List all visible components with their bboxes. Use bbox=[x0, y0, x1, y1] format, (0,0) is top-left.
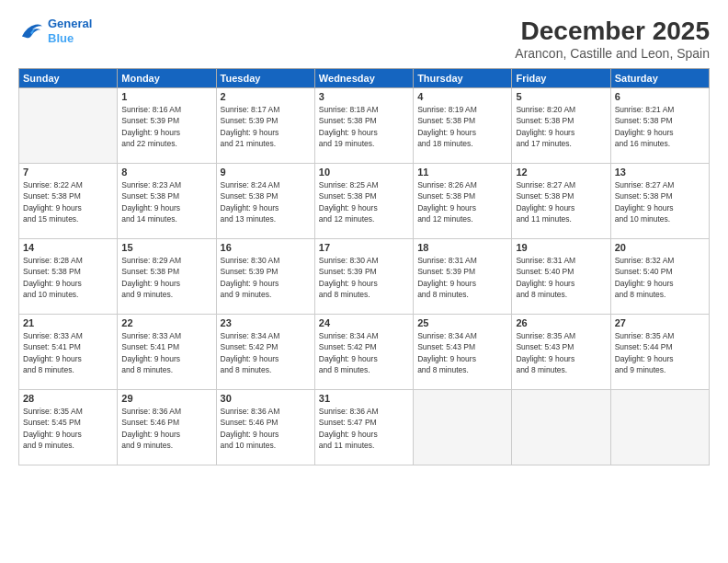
day-number: 7 bbox=[23, 167, 113, 178]
logo: General Blue bbox=[18, 17, 92, 45]
day-info: Sunrise: 8:31 AMSunset: 5:39 PMDaylight:… bbox=[417, 255, 507, 300]
calendar-header-wednesday: Wednesday bbox=[314, 69, 413, 88]
calendar-day: 21Sunrise: 8:33 AMSunset: 5:41 PMDayligh… bbox=[19, 315, 118, 390]
calendar-day: 23Sunrise: 8:34 AMSunset: 5:42 PMDayligh… bbox=[216, 315, 314, 390]
day-number: 26 bbox=[516, 317, 606, 328]
day-number: 21 bbox=[23, 317, 113, 328]
logo-text: General Blue bbox=[48, 17, 92, 45]
calendar-day: 13Sunrise: 8:27 AMSunset: 5:38 PMDayligh… bbox=[610, 164, 709, 239]
day-number: 18 bbox=[417, 242, 507, 253]
day-info: Sunrise: 8:34 AMSunset: 5:42 PMDaylight:… bbox=[221, 330, 311, 375]
calendar-day bbox=[19, 88, 118, 164]
day-number: 4 bbox=[417, 91, 507, 102]
calendar-header-sunday: Sunday bbox=[19, 69, 118, 88]
day-number: 24 bbox=[319, 317, 409, 328]
day-number: 12 bbox=[516, 167, 606, 178]
day-info: Sunrise: 8:18 AMSunset: 5:38 PMDaylight:… bbox=[319, 104, 409, 149]
day-info: Sunrise: 8:31 AMSunset: 5:40 PMDaylight:… bbox=[516, 255, 606, 300]
calendar-day: 27Sunrise: 8:35 AMSunset: 5:44 PMDayligh… bbox=[610, 315, 709, 390]
calendar-week-5: 28Sunrise: 8:35 AMSunset: 5:45 PMDayligh… bbox=[19, 390, 710, 465]
logo-icon bbox=[18, 21, 44, 41]
day-info: Sunrise: 8:26 AMSunset: 5:38 PMDaylight:… bbox=[417, 179, 507, 224]
calendar-day: 30Sunrise: 8:36 AMSunset: 5:46 PMDayligh… bbox=[216, 390, 314, 465]
day-number: 3 bbox=[319, 91, 409, 102]
calendar-day: 7Sunrise: 8:22 AMSunset: 5:38 PMDaylight… bbox=[19, 164, 118, 239]
day-info: Sunrise: 8:34 AMSunset: 5:42 PMDaylight:… bbox=[319, 330, 409, 375]
day-number: 1 bbox=[121, 91, 211, 102]
day-info: Sunrise: 8:19 AMSunset: 5:38 PMDaylight:… bbox=[417, 104, 507, 149]
day-info: Sunrise: 8:36 AMSunset: 5:46 PMDaylight:… bbox=[121, 406, 211, 451]
day-info: Sunrise: 8:34 AMSunset: 5:43 PMDaylight:… bbox=[417, 330, 507, 375]
day-number: 25 bbox=[417, 317, 507, 328]
calendar-day: 10Sunrise: 8:25 AMSunset: 5:38 PMDayligh… bbox=[314, 164, 413, 239]
day-number: 30 bbox=[221, 393, 311, 404]
calendar-day: 22Sunrise: 8:33 AMSunset: 5:41 PMDayligh… bbox=[118, 315, 216, 390]
calendar-day: 25Sunrise: 8:34 AMSunset: 5:43 PMDayligh… bbox=[414, 315, 512, 390]
calendar-week-2: 7Sunrise: 8:22 AMSunset: 5:38 PMDaylight… bbox=[19, 164, 710, 239]
calendar-day bbox=[414, 390, 512, 465]
calendar-day: 3Sunrise: 8:18 AMSunset: 5:38 PMDaylight… bbox=[314, 88, 413, 164]
day-number: 9 bbox=[221, 167, 311, 178]
day-info: Sunrise: 8:33 AMSunset: 5:41 PMDaylight:… bbox=[23, 330, 113, 375]
day-number: 2 bbox=[221, 91, 311, 102]
calendar-week-1: 1Sunrise: 8:16 AMSunset: 5:39 PMDaylight… bbox=[19, 88, 710, 164]
day-number: 19 bbox=[516, 242, 606, 253]
calendar-day: 17Sunrise: 8:30 AMSunset: 5:39 PMDayligh… bbox=[314, 239, 413, 315]
calendar-day: 14Sunrise: 8:28 AMSunset: 5:38 PMDayligh… bbox=[19, 239, 118, 315]
day-number: 15 bbox=[121, 242, 211, 253]
calendar-header-thursday: Thursday bbox=[414, 69, 512, 88]
calendar-day: 2Sunrise: 8:17 AMSunset: 5:39 PMDaylight… bbox=[216, 88, 314, 164]
day-info: Sunrise: 8:35 AMSunset: 5:43 PMDaylight:… bbox=[516, 330, 606, 375]
calendar-day: 4Sunrise: 8:19 AMSunset: 5:38 PMDaylight… bbox=[414, 88, 512, 164]
day-number: 27 bbox=[615, 317, 705, 328]
calendar-day: 12Sunrise: 8:27 AMSunset: 5:38 PMDayligh… bbox=[512, 164, 610, 239]
calendar-week-4: 21Sunrise: 8:33 AMSunset: 5:41 PMDayligh… bbox=[19, 315, 710, 390]
subtitle: Arancon, Castille and Leon, Spain bbox=[515, 46, 710, 61]
calendar-header-tuesday: Tuesday bbox=[216, 69, 314, 88]
day-number: 17 bbox=[319, 242, 409, 253]
calendar-day bbox=[512, 390, 610, 465]
day-info: Sunrise: 8:25 AMSunset: 5:38 PMDaylight:… bbox=[319, 179, 409, 224]
day-number: 14 bbox=[23, 242, 113, 253]
day-number: 20 bbox=[615, 242, 705, 253]
calendar-day: 28Sunrise: 8:35 AMSunset: 5:45 PMDayligh… bbox=[19, 390, 118, 465]
calendar-day: 20Sunrise: 8:32 AMSunset: 5:40 PMDayligh… bbox=[610, 239, 709, 315]
day-number: 28 bbox=[23, 393, 113, 404]
calendar-day: 15Sunrise: 8:29 AMSunset: 5:38 PMDayligh… bbox=[118, 239, 216, 315]
day-info: Sunrise: 8:23 AMSunset: 5:38 PMDaylight:… bbox=[121, 179, 211, 224]
day-info: Sunrise: 8:28 AMSunset: 5:38 PMDaylight:… bbox=[23, 255, 113, 300]
day-number: 8 bbox=[121, 167, 211, 178]
day-number: 22 bbox=[121, 317, 211, 328]
day-info: Sunrise: 8:32 AMSunset: 5:40 PMDaylight:… bbox=[615, 255, 705, 300]
day-number: 29 bbox=[121, 393, 211, 404]
day-info: Sunrise: 8:30 AMSunset: 5:39 PMDaylight:… bbox=[319, 255, 409, 300]
day-number: 16 bbox=[221, 242, 311, 253]
calendar-header-row: SundayMondayTuesdayWednesdayThursdayFrid… bbox=[19, 69, 710, 88]
day-number: 23 bbox=[221, 317, 311, 328]
day-info: Sunrise: 8:27 AMSunset: 5:38 PMDaylight:… bbox=[615, 179, 705, 224]
day-number: 5 bbox=[516, 91, 606, 102]
calendar-day: 31Sunrise: 8:36 AMSunset: 5:47 PMDayligh… bbox=[314, 390, 413, 465]
calendar-day: 26Sunrise: 8:35 AMSunset: 5:43 PMDayligh… bbox=[512, 315, 610, 390]
day-info: Sunrise: 8:35 AMSunset: 5:45 PMDaylight:… bbox=[23, 406, 113, 451]
calendar-day: 16Sunrise: 8:30 AMSunset: 5:39 PMDayligh… bbox=[216, 239, 314, 315]
title-block: December 2025 Arancon, Castille and Leon… bbox=[515, 17, 710, 61]
calendar-day: 1Sunrise: 8:16 AMSunset: 5:39 PMDaylight… bbox=[118, 88, 216, 164]
calendar-week-3: 14Sunrise: 8:28 AMSunset: 5:38 PMDayligh… bbox=[19, 239, 710, 315]
calendar-header-monday: Monday bbox=[118, 69, 216, 88]
day-info: Sunrise: 8:21 AMSunset: 5:38 PMDaylight:… bbox=[615, 104, 705, 149]
calendar-day bbox=[610, 390, 709, 465]
calendar-day: 18Sunrise: 8:31 AMSunset: 5:39 PMDayligh… bbox=[414, 239, 512, 315]
day-info: Sunrise: 8:22 AMSunset: 5:38 PMDaylight:… bbox=[23, 179, 113, 224]
day-number: 11 bbox=[417, 167, 507, 178]
day-info: Sunrise: 8:36 AMSunset: 5:47 PMDaylight:… bbox=[319, 406, 409, 451]
calendar-day: 11Sunrise: 8:26 AMSunset: 5:38 PMDayligh… bbox=[414, 164, 512, 239]
day-info: Sunrise: 8:35 AMSunset: 5:44 PMDaylight:… bbox=[615, 330, 705, 375]
header: General Blue December 2025 Arancon, Cast… bbox=[18, 17, 710, 61]
day-info: Sunrise: 8:36 AMSunset: 5:46 PMDaylight:… bbox=[221, 406, 311, 451]
day-number: 10 bbox=[319, 167, 409, 178]
calendar-header-friday: Friday bbox=[512, 69, 610, 88]
calendar-day: 24Sunrise: 8:34 AMSunset: 5:42 PMDayligh… bbox=[314, 315, 413, 390]
day-info: Sunrise: 8:17 AMSunset: 5:39 PMDaylight:… bbox=[221, 104, 311, 149]
calendar-day: 19Sunrise: 8:31 AMSunset: 5:40 PMDayligh… bbox=[512, 239, 610, 315]
